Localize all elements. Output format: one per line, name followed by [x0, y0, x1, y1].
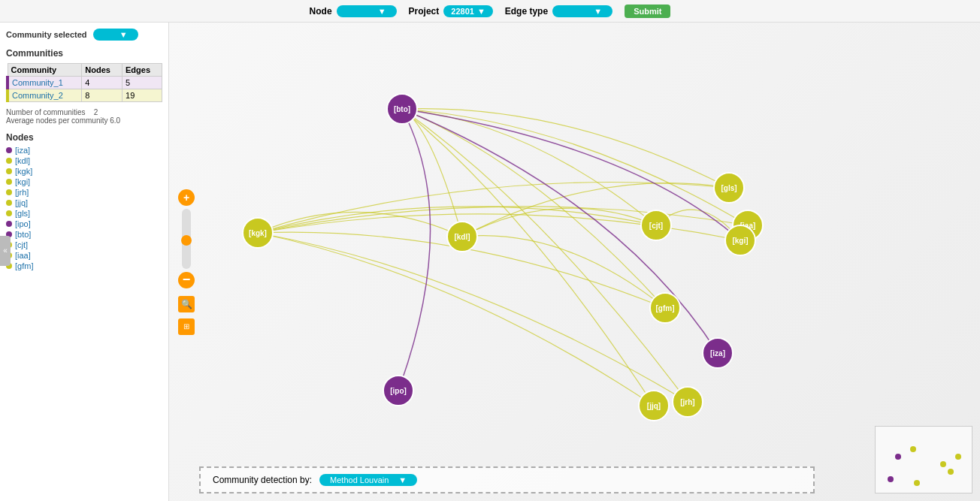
node-dot: [6, 221, 12, 227]
node-dot: [6, 147, 12, 153]
community-selected-value: [104, 30, 106, 39]
community-selected-label: Community selected: [6, 30, 87, 39]
list-item[interactable]: [iaa]: [6, 251, 162, 260]
community-row: Community_2819: [8, 89, 162, 102]
node-id: [jrh]: [15, 188, 29, 197]
edge-type-control: Edge type ▼: [505, 5, 612, 17]
list-item[interactable]: [iza]: [6, 146, 162, 155]
list-item[interactable]: [kdl]: [6, 156, 162, 165]
minimap-dot: [940, 461, 946, 467]
node-label: [ipo]: [390, 387, 407, 395]
communities-section-title: Communities: [6, 48, 162, 59]
community-name[interactable]: Community_1: [8, 77, 82, 89]
node-label: [cjt]: [649, 222, 663, 230]
graph-node[interactable]: [iza]: [703, 338, 733, 368]
zoom-controls: + − 🔍 ⊞: [178, 189, 195, 335]
list-item[interactable]: [kgi]: [6, 177, 162, 186]
node-id: [iza]: [15, 146, 30, 155]
node-id: [ipo]: [15, 219, 31, 228]
graph-edge-yellow: [402, 109, 729, 188]
zoom-slider[interactable]: [182, 209, 191, 269]
graph-node[interactable]: [bto]: [387, 94, 417, 124]
list-item[interactable]: [gfm]: [6, 261, 162, 270]
node-label: [kdl]: [454, 233, 470, 241]
minimap-dot: [895, 454, 901, 460]
zoom-out-button[interactable]: −: [178, 272, 195, 288]
node-control: Node ▼: [310, 5, 397, 17]
stats-text: Number of communities 2 Average nodes pe…: [6, 108, 162, 125]
edge-type-dropdown[interactable]: ▼: [552, 5, 612, 17]
node-label: [kgi]: [732, 237, 748, 245]
node-dropdown[interactable]: ▼: [337, 5, 397, 17]
collapse-icon: «: [3, 246, 8, 255]
zoom-fit-button[interactable]: ⊞: [178, 318, 195, 335]
graph-node[interactable]: [gls]: [714, 173, 744, 203]
project-dropdown-arrow: ▼: [477, 7, 485, 16]
nodes-section-title: Nodes: [6, 132, 162, 143]
graph-node[interactable]: [cjt]: [641, 210, 671, 240]
project-label: Project: [409, 6, 440, 17]
node-dot: [6, 210, 12, 216]
list-item[interactable]: [ipo]: [6, 219, 162, 228]
project-control: Project 22801 ▼: [409, 5, 493, 17]
list-item[interactable]: [jrh]: [6, 188, 162, 197]
node-id: [bto]: [15, 230, 31, 239]
minimap-dot: [914, 480, 920, 486]
list-item[interactable]: [gls]: [6, 209, 162, 218]
detection-method-value: Method Louvain: [330, 475, 389, 484]
node-dropdown-arrow: ▼: [378, 7, 386, 16]
detection-method-dropdown[interactable]: Method Louvain ▼: [319, 474, 417, 486]
communities-table-header: Community Nodes Edges: [8, 64, 162, 77]
graph-node[interactable]: [jjq]: [639, 391, 669, 421]
zoom-in-button[interactable]: +: [178, 189, 195, 206]
project-dropdown[interactable]: 22801 ▼: [443, 5, 492, 17]
graph-node[interactable]: [ipo]: [383, 376, 413, 406]
list-item[interactable]: [kgk]: [6, 167, 162, 176]
node-dot: [6, 189, 12, 195]
sidebar: Community selected ▼ Communities Communi…: [0, 23, 169, 501]
stat-communities: Number of communities 2: [6, 108, 162, 116]
graph-node[interactable]: [kgi]: [725, 225, 755, 255]
node-label: [gls]: [721, 184, 737, 192]
graph-edge-purple: [398, 109, 431, 391]
col-edges: Edges: [122, 64, 162, 77]
project-value: 22801: [451, 7, 474, 16]
submit-button[interactable]: Submit: [625, 5, 670, 18]
nodes-group: [bto][kgk][kdl][gls][cjt][iaa][kgi][gfm]…: [243, 94, 763, 421]
minimap-dot: [910, 446, 916, 452]
node-id: [kgi]: [15, 177, 30, 186]
graph-edge-yellow: [462, 236, 665, 308]
community-name[interactable]: Community_2: [8, 89, 82, 102]
collapse-button[interactable]: «: [0, 236, 11, 266]
zoom-search-button[interactable]: 🔍: [178, 296, 195, 312]
stat-avg-nodes: Average nodes per community 6.0: [6, 116, 162, 125]
node-id: [iaa]: [15, 251, 31, 260]
list-item[interactable]: [cjt]: [6, 240, 162, 249]
graph-node[interactable]: [kgk]: [243, 218, 273, 248]
graph-node[interactable]: [gfm]: [650, 293, 680, 323]
node-label: [bto]: [394, 105, 410, 113]
graph-node[interactable]: [jrh]: [673, 387, 703, 417]
node-label: [jjq]: [647, 402, 661, 410]
minimap-dot: [948, 469, 954, 475]
community-selected-row: Community selected ▼: [6, 29, 162, 41]
node-label: [iza]: [710, 349, 725, 358]
list-item[interactable]: [bto]: [6, 230, 162, 239]
community-selected-dropdown[interactable]: ▼: [93, 29, 138, 41]
graph-edge-purple: [402, 109, 740, 240]
node-dot: [6, 168, 12, 174]
edge-type-dropdown-arrow: ▼: [594, 7, 602, 16]
detection-bar: Community detection by: Method Louvain ▼: [199, 466, 815, 493]
graph-area: [bto][kgk][kdl][gls][cjt][iaa][kgi][gfm]…: [169, 23, 980, 501]
list-item[interactable]: [jjq]: [6, 198, 162, 207]
node-id: [jjq]: [15, 198, 28, 207]
community-edges: 5: [122, 77, 162, 89]
edges-group: [258, 109, 748, 406]
graph-svg: [bto][kgk][kdl][gls][cjt][iaa][kgi][gfm]…: [169, 23, 980, 501]
zoom-thumb: [181, 235, 192, 246]
node-id: [kgk]: [15, 167, 32, 176]
node-id: [kdl]: [15, 156, 30, 165]
graph-node[interactable]: [kdl]: [447, 222, 477, 252]
community-nodes: 4: [82, 77, 122, 89]
col-community: Community: [8, 64, 82, 77]
